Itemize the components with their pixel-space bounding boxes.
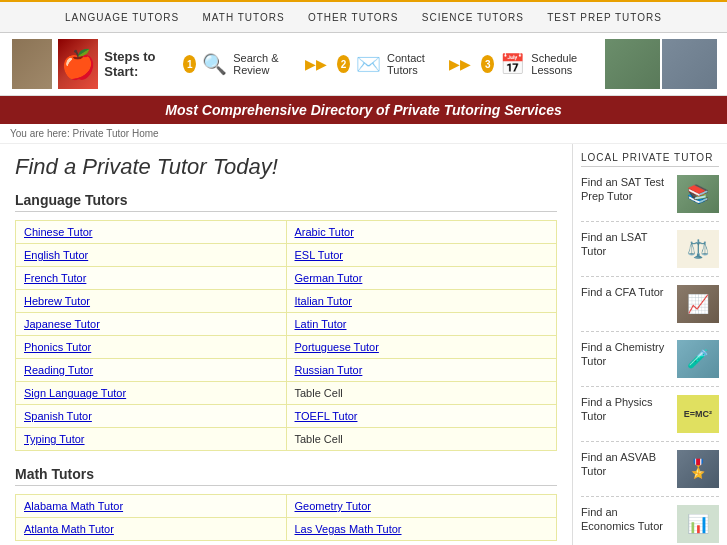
- math-tutors-heading: Math Tutors: [15, 466, 557, 486]
- step1-label: Search & Review: [233, 52, 295, 76]
- language-tutors-table: Chinese Tutor Arabic Tutor English Tutor…: [15, 220, 557, 451]
- latin-tutor-link[interactable]: Latin Tutor: [295, 318, 347, 330]
- table-row: Reading Tutor Russian Tutor: [16, 359, 557, 382]
- physics-thumb: E=MC²: [677, 395, 719, 433]
- toefl-tutor-link[interactable]: TOEFL Tutor: [295, 410, 358, 422]
- esl-tutor-link[interactable]: ESL Tutor: [295, 249, 344, 261]
- phonics-tutor-link[interactable]: Phonics Tutor: [24, 341, 91, 353]
- step2-number: 2: [337, 55, 350, 73]
- cfa-thumb: 📈: [677, 285, 719, 323]
- sidebar-item-physics: Find a Physics Tutor E=MC²: [581, 395, 719, 442]
- table-cell-empty-1: Table Cell: [286, 382, 557, 405]
- table-row: Hebrew Tutor Italian Tutor: [16, 290, 557, 313]
- breadcrumb-text: You are here: Private Tutor Home: [10, 128, 159, 139]
- table-row: French Tutor German Tutor: [16, 267, 557, 290]
- sidebar-item-lsat: Find an LSAT Tutor ⚖️: [581, 230, 719, 277]
- sidebar-item-sat: Find an SAT Test Prep Tutor 📚: [581, 175, 719, 222]
- chemistry-tutor-link[interactable]: Find a Chemistry Tutor: [581, 341, 664, 367]
- physics-tutor-link[interactable]: Find a Physics Tutor: [581, 396, 653, 422]
- top-navigation: Language Tutors Math Tutors Other Tutors…: [0, 0, 727, 33]
- geometry-tutor-link[interactable]: Geometry Tutor: [295, 500, 371, 512]
- math-tutors-table: Alabama Math Tutor Geometry Tutor Atlant…: [15, 494, 557, 541]
- arrow1-icon: ▶▶: [305, 56, 327, 72]
- arrow2-icon: ▶▶: [449, 56, 471, 72]
- table-row: English Tutor ESL Tutor: [16, 244, 557, 267]
- email-icon: ✉️: [356, 52, 381, 76]
- atlanta-math-tutor-link[interactable]: Atlanta Math Tutor: [24, 523, 114, 535]
- steps-banner: 🍎 Steps to Start: 1 🔍 Search & Review ▶▶…: [0, 33, 727, 96]
- nav-science-tutors[interactable]: Science Tutors: [422, 12, 524, 23]
- arabic-tutor-link[interactable]: Arabic Tutor: [295, 226, 354, 238]
- nav-math-tutors[interactable]: Math Tutors: [203, 12, 285, 23]
- nav-other-tutors[interactable]: Other Tutors: [308, 12, 399, 23]
- banner-photo-middle: [605, 39, 660, 89]
- content-area: Find a Private Tutor Today! Language Tut…: [0, 144, 572, 545]
- table-row: Typing Tutor Table Cell: [16, 428, 557, 451]
- main-layout: Find a Private Tutor Today! Language Tut…: [0, 144, 727, 545]
- chemistry-thumb: 🧪: [677, 340, 719, 378]
- step1-number: 1: [183, 55, 196, 73]
- table-row: Atlanta Math Tutor Las Vegas Math Tutor: [16, 518, 557, 541]
- sidebar-item-chemistry: Find a Chemistry Tutor 🧪: [581, 340, 719, 387]
- hebrew-tutor-link[interactable]: Hebrew Tutor: [24, 295, 90, 307]
- banner-photo-right: [662, 39, 717, 89]
- table-row: Spanish Tutor TOEFL Tutor: [16, 405, 557, 428]
- step3-number: 3: [481, 55, 494, 73]
- table-cell-empty-2: Table Cell: [286, 428, 557, 451]
- sidebar-item-asvab: Find an ASVAB Tutor 🎖️: [581, 450, 719, 497]
- asvab-tutor-link[interactable]: Find an ASVAB Tutor: [581, 451, 656, 477]
- page-title: Find a Private Tutor Today!: [15, 154, 557, 180]
- table-row: Phonics Tutor Portuguese Tutor: [16, 336, 557, 359]
- steps-label: Steps to Start:: [104, 49, 169, 79]
- table-row: Chinese Tutor Arabic Tutor: [16, 221, 557, 244]
- step2-label: Contact Tutors: [387, 52, 439, 76]
- banner-photo-left: [12, 39, 52, 89]
- lsat-tutor-link[interactable]: Find an LSAT Tutor: [581, 231, 647, 257]
- italian-tutor-link[interactable]: Italian Tutor: [295, 295, 352, 307]
- asvab-thumb: 🎖️: [677, 450, 719, 488]
- las-vegas-math-tutor-link[interactable]: Las Vegas Math Tutor: [295, 523, 402, 535]
- economics-thumb: 📊: [677, 505, 719, 543]
- japanese-tutor-link[interactable]: Japanese Tutor: [24, 318, 100, 330]
- breadcrumb: You are here: Private Tutor Home: [0, 124, 727, 144]
- english-tutor-link[interactable]: English Tutor: [24, 249, 88, 261]
- nav-test-prep-tutors[interactable]: Test Prep Tutors: [547, 12, 662, 23]
- german-tutor-link[interactable]: German Tutor: [295, 272, 363, 284]
- lsat-thumb: ⚖️: [677, 230, 719, 268]
- russian-tutor-link[interactable]: Russian Tutor: [295, 364, 363, 376]
- reading-tutor-link[interactable]: Reading Tutor: [24, 364, 93, 376]
- portuguese-tutor-link[interactable]: Portuguese Tutor: [295, 341, 379, 353]
- cfa-tutor-link[interactable]: Find a CFA Tutor: [581, 286, 664, 298]
- language-tutors-heading: Language Tutors: [15, 192, 557, 212]
- chinese-tutor-link[interactable]: Chinese Tutor: [24, 226, 92, 238]
- step3-label: Schedule Lessons: [531, 52, 597, 76]
- sidebar-item-economics: Find an Economics Tutor 📊: [581, 505, 719, 545]
- sat-thumb: 📚: [677, 175, 719, 213]
- alabama-math-tutor-link[interactable]: Alabama Math Tutor: [24, 500, 123, 512]
- search-icon: 🔍: [202, 52, 227, 76]
- calendar-icon: 📅: [500, 52, 525, 76]
- french-tutor-link[interactable]: French Tutor: [24, 272, 86, 284]
- economics-tutor-link[interactable]: Find an Economics Tutor: [581, 506, 663, 532]
- sign-language-tutor-link[interactable]: Sign Language Tutor: [24, 387, 126, 399]
- sidebar-item-cfa: Find a CFA Tutor 📈: [581, 285, 719, 332]
- banner-photos-right: [603, 39, 717, 89]
- nav-language-tutors[interactable]: Language Tutors: [65, 12, 179, 23]
- sidebar-title: Local Private Tutor: [581, 152, 719, 167]
- sat-tutor-link[interactable]: Find an SAT Test Prep Tutor: [581, 176, 664, 202]
- directory-title-bar: Most Comprehensive Directory of Private …: [0, 96, 727, 124]
- directory-title-text: Most Comprehensive Directory of Private …: [165, 102, 562, 118]
- typing-tutor-link[interactable]: Typing Tutor: [24, 433, 85, 445]
- table-row: Alabama Math Tutor Geometry Tutor: [16, 495, 557, 518]
- spanish-tutor-link[interactable]: Spanish Tutor: [24, 410, 92, 422]
- sidebar: Local Private Tutor Find an SAT Test Pre…: [572, 144, 727, 545]
- table-row: Japanese Tutor Latin Tutor: [16, 313, 557, 336]
- apple-icon: 🍎: [58, 39, 98, 89]
- table-row: Sign Language Tutor Table Cell: [16, 382, 557, 405]
